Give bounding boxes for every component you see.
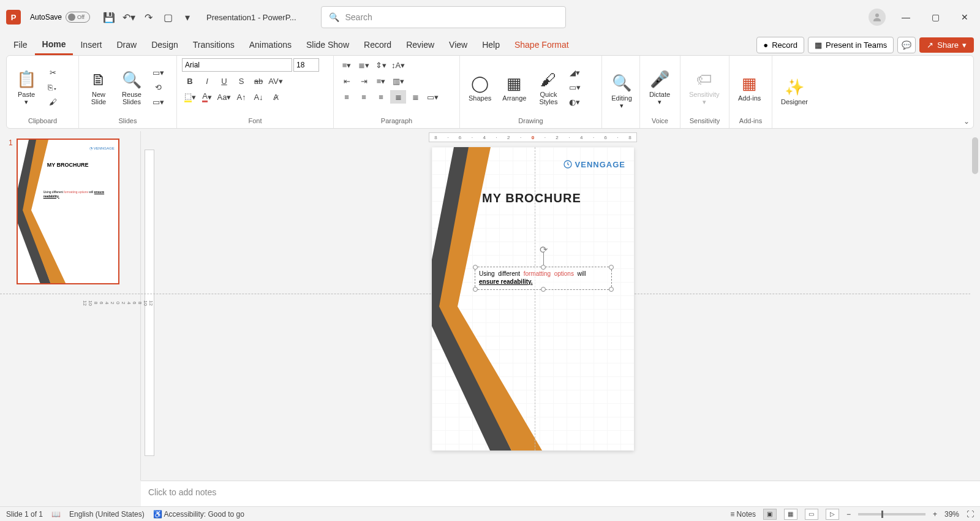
increase-font-button[interactable]: A↑ (233, 90, 249, 104)
user-avatar[interactable] (869, 9, 886, 26)
columns-button[interactable]: ▥▾ (390, 74, 406, 88)
reset-button[interactable]: ⟲ (150, 80, 166, 94)
highlight-button[interactable]: ⬚▾ (182, 90, 198, 104)
save-icon[interactable]: 💾 (100, 9, 118, 26)
clear-formatting-button[interactable]: A̷ (268, 90, 284, 104)
change-case-button[interactable]: Aa▾ (216, 90, 232, 104)
tab-draw[interactable]: Draw (109, 34, 144, 55)
smartart-button[interactable]: ▭▾ (424, 90, 440, 104)
font-size-input[interactable] (293, 58, 319, 72)
decrease-font-button[interactable]: A↓ (251, 90, 266, 104)
resize-handle-ne[interactable] (609, 265, 614, 270)
minimize-button[interactable]: — (897, 12, 915, 22)
tab-file[interactable]: File (6, 34, 35, 55)
shape-effects-button[interactable]: ◐▾ (567, 95, 582, 108)
collapse-ribbon-button[interactable]: ⌄ (963, 117, 970, 126)
shapes-button[interactable]: ◯Shapes (465, 70, 495, 104)
vertical-scrollbar[interactable] (970, 131, 980, 481)
share-button[interactable]: ↗Share▾ (919, 37, 974, 53)
shadow-button[interactable]: S (233, 74, 249, 88)
zoom-slider[interactable] (858, 513, 925, 515)
copy-button[interactable]: ⎘▾ (45, 80, 61, 94)
resize-handle-nw[interactable] (473, 265, 478, 270)
qat-more-icon[interactable]: ▾ (179, 9, 196, 26)
slide-canvas[interactable]: VENNGAGE MY BROCHURE ⟳ Using different f… (432, 147, 634, 451)
bold-button[interactable]: B (182, 74, 198, 88)
maximize-button[interactable]: ▢ (926, 12, 944, 22)
fit-to-window-button[interactable]: ⛶ (967, 510, 974, 519)
layout-button[interactable]: ▭▾ (150, 66, 166, 79)
cut-button[interactable]: ✂ (45, 66, 61, 79)
italic-button[interactable]: I (199, 74, 215, 88)
tab-view[interactable]: View (442, 34, 475, 55)
new-slide-button[interactable]: 🗎New Slide (84, 66, 113, 108)
decrease-indent-button[interactable]: ⇤ (339, 74, 355, 88)
redo-icon[interactable]: ↷ (140, 9, 157, 26)
shape-outline-button[interactable]: ▭▾ (567, 80, 582, 94)
font-name-input[interactable] (182, 58, 292, 72)
slide-sorter-view-button[interactable]: ▦ (784, 509, 797, 520)
comments-button[interactable]: 💬 (897, 37, 916, 53)
increase-indent-button[interactable]: ⇥ (356, 74, 372, 88)
reuse-slides-button[interactable]: 🔍Reuse Slides (117, 66, 146, 108)
resize-handle-s[interactable] (541, 287, 546, 292)
justify-button[interactable]: ≣ (390, 90, 406, 104)
align-left-button[interactable]: ≡ (339, 90, 355, 104)
record-button[interactable]: ●Record (756, 37, 804, 53)
editing-button[interactable]: 🔍Editing▾ (607, 70, 636, 112)
underline-button[interactable]: U (216, 74, 232, 88)
spellcheck-icon[interactable]: 📖 (51, 510, 61, 519)
language-status[interactable]: English (United States) (69, 510, 145, 519)
resize-handle-n[interactable] (541, 265, 546, 270)
autosave-toggle[interactable]: AutoSave Off (30, 12, 90, 23)
notes-toggle[interactable]: ≡ Notes (730, 510, 756, 519)
shape-fill-button[interactable]: ◢▾ (567, 66, 582, 79)
tab-help[interactable]: Help (475, 34, 507, 55)
tab-animations[interactable]: Animations (242, 34, 299, 55)
scrollbar-thumb[interactable] (972, 137, 978, 174)
tab-record[interactable]: Record (356, 34, 399, 55)
text-direction-button[interactable]: ↕A▾ (390, 58, 406, 72)
tab-home[interactable]: Home (35, 34, 74, 55)
tab-slideshow[interactable]: Slide Show (299, 34, 356, 55)
addins-button[interactable]: ▦Add-ins (734, 70, 764, 104)
font-color-button[interactable]: A▾ (199, 90, 215, 104)
slideshow-view-button[interactable]: ▷ (826, 509, 839, 520)
zoom-in-button[interactable]: + (933, 510, 937, 519)
present-in-teams-button[interactable]: ▦Present in Teams (808, 37, 894, 53)
slide-thumbnail-1[interactable]: ◔ VENNGAGE MY BROCHURE Using different f… (17, 139, 119, 284)
horizontal-ruler[interactable]: 8· 6· 4· 2· 0· 2· 4· 6· 8 (429, 132, 637, 142)
align-center-button[interactable]: ≡ (356, 90, 372, 104)
arrange-button[interactable]: ▦Arrange (499, 70, 530, 104)
tab-transitions[interactable]: Transitions (186, 34, 242, 55)
resize-handle-sw[interactable] (473, 287, 478, 292)
line-spacing-button[interactable]: ⇕▾ (373, 58, 389, 72)
search-input[interactable]: 🔍 Search (321, 6, 566, 28)
normal-view-button[interactable]: ▣ (763, 509, 777, 520)
numbering-button[interactable]: ≣▾ (356, 58, 372, 72)
tab-review[interactable]: Review (399, 34, 442, 55)
bullets-button[interactable]: ≡▾ (339, 58, 355, 72)
zoom-level[interactable]: 39% (944, 510, 959, 519)
designer-button[interactable]: ✨Designer (777, 74, 812, 108)
strikethrough-button[interactable]: ab (251, 74, 266, 88)
slide-title-text[interactable]: MY BROCHURE (482, 191, 581, 205)
text-box-content[interactable]: Using different formatting options wille… (475, 267, 611, 288)
zoom-out-button[interactable]: − (846, 510, 851, 519)
selected-text-box[interactable]: ⟳ Using different formatting options wil… (475, 267, 612, 290)
resize-handle-se[interactable] (609, 287, 614, 292)
tab-insert[interactable]: Insert (73, 34, 109, 55)
undo-icon[interactable]: ↶▾ (120, 9, 137, 26)
distribute-button[interactable]: ≣ (407, 90, 423, 104)
align-right-button[interactable]: ≡ (373, 90, 389, 104)
notes-pane[interactable]: Click to add notes (141, 481, 980, 506)
character-spacing-button[interactable]: AV▾ (268, 74, 284, 88)
format-painter-button[interactable]: 🖌 (45, 95, 61, 108)
dictate-button[interactable]: 🎤Dictate▾ (645, 66, 674, 108)
quick-styles-button[interactable]: 🖌Quick Styles (533, 66, 563, 108)
reading-view-button[interactable]: ▭ (805, 509, 818, 520)
slide-counter[interactable]: Slide 1 of 1 (6, 510, 43, 519)
from-beginning-icon[interactable]: ▢ (159, 9, 176, 26)
close-button[interactable]: ✕ (956, 12, 974, 22)
vertical-ruler[interactable]: 12108642024681012 (145, 150, 154, 456)
